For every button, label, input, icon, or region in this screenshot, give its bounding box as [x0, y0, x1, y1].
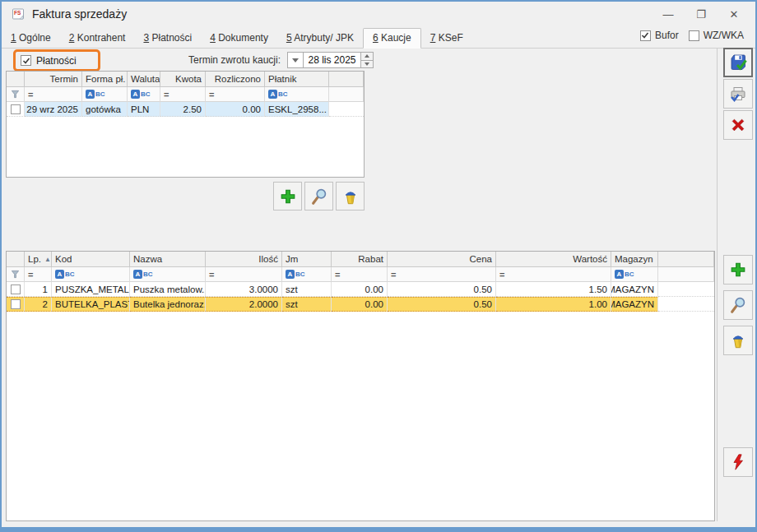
- tab-dokumenty[interactable]: 4 Dokumenty: [201, 29, 277, 48]
- cell-waluta: PLN: [128, 102, 160, 117]
- toolbar-separator: [717, 49, 718, 521]
- close-button[interactable]: ✕: [718, 2, 750, 26]
- maximize-button[interactable]: ❐: [685, 2, 718, 26]
- item-row[interactable]: 1 PUSZKA_METAL Puszka metalow... 3.0000 …: [7, 282, 714, 297]
- header-platnik[interactable]: Płatnik: [265, 72, 329, 87]
- tab-atrybuty-jpk[interactable]: 5 Atrybuty/ JPK: [277, 29, 363, 48]
- cell-rozliczono: 0.00: [206, 102, 265, 117]
- tab-platnosci[interactable]: 3 Płatności: [134, 29, 201, 48]
- header-forma[interactable]: Forma pł.: [82, 72, 128, 87]
- checkbox-unchecked: [689, 30, 699, 41]
- filter-rozliczono[interactable]: =: [206, 87, 265, 102]
- deposit-return-group: Termin zwrotu kaucji: 28 lis 2025: [92, 51, 374, 69]
- abc-filter-icon: ABC: [133, 270, 153, 279]
- cell-kwota: 2.50: [160, 102, 206, 117]
- filter-kwota[interactable]: =: [160, 87, 206, 102]
- filter-funnel-icon[interactable]: [7, 87, 25, 102]
- header-select[interactable]: [7, 252, 25, 267]
- cell-magazyn: MAGAZYN: [611, 297, 658, 312]
- item-edit-button[interactable]: [723, 290, 753, 320]
- tab-kontrahent[interactable]: 2 Kontrahent: [60, 29, 135, 48]
- row-select-cell[interactable]: [7, 102, 25, 117]
- wzwka-checkbox[interactable]: WZ/WKA: [689, 30, 744, 41]
- bufor-checkbox[interactable]: Bufor: [640, 30, 679, 41]
- title-bar: FS Faktura sprzedaży — ❐ ✕: [2, 2, 755, 26]
- filter-rabat[interactable]: =: [332, 267, 388, 282]
- tab-label: Kaucje: [378, 32, 411, 44]
- cell-nazwa: Butelka jednoraz...: [130, 297, 206, 312]
- filter-jm[interactable]: ABC: [282, 267, 332, 282]
- deposit-date-field[interactable]: 28 lis 2025: [304, 52, 361, 68]
- header-nazwa[interactable]: Nazwa: [130, 252, 206, 267]
- deposit-return-label: Termin zwrotu kaucji:: [188, 54, 281, 66]
- save-button[interactable]: [723, 48, 753, 77]
- tab-label: Atrybuty/ JPK: [292, 32, 354, 44]
- filter-forma[interactable]: ABC: [82, 87, 128, 102]
- wzwka-label: WZ/WKA: [704, 30, 744, 41]
- item-add-button[interactable]: [723, 255, 753, 285]
- cell-nazwa: Puszka metalow...: [130, 282, 206, 297]
- header-ilosc[interactable]: Ilość: [206, 252, 282, 267]
- filter-empty: [658, 267, 714, 282]
- header-rabat[interactable]: Rabat: [332, 252, 388, 267]
- filter-ilosc[interactable]: =: [206, 267, 282, 282]
- header-magazyn[interactable]: Magazyn: [611, 252, 658, 267]
- header-cena[interactable]: Cena: [388, 252, 496, 267]
- payment-add-button[interactable]: [273, 182, 302, 210]
- payment-delete-button[interactable]: [336, 182, 365, 210]
- header-kwota[interactable]: Kwota: [160, 72, 206, 87]
- spinner-up-button[interactable]: [361, 52, 374, 61]
- cell-rabat: 0.00: [332, 282, 388, 297]
- payment-row[interactable]: 29 wrz 2025 gotówka PLN 2.50 0.00 ESKL_2…: [7, 102, 364, 117]
- cell-empty: [329, 102, 364, 117]
- tab-label: Kontrahent: [74, 32, 125, 44]
- header-jm[interactable]: Jm: [282, 252, 332, 267]
- header-rozliczono[interactable]: Rozliczono: [206, 72, 265, 87]
- print-button[interactable]: [723, 79, 753, 109]
- header-select[interactable]: [7, 72, 25, 87]
- filter-cena[interactable]: =: [388, 267, 496, 282]
- spinner-down-button[interactable]: [361, 61, 374, 69]
- cancel-button[interactable]: [723, 110, 753, 140]
- items-grid: Lp.▲ Kod Nazwa Ilość Jm Rabat Cena Warto…: [6, 251, 715, 521]
- abc-filter-icon: ABC: [615, 270, 634, 279]
- header-waluta[interactable]: Waluta: [128, 72, 160, 87]
- filter-nazwa[interactable]: ABC: [130, 267, 206, 282]
- header-kod[interactable]: Kod: [52, 252, 130, 267]
- checkbox-checked: [21, 55, 31, 66]
- header-wartosc[interactable]: Wartość: [496, 252, 611, 267]
- filter-magazyn[interactable]: ABC: [611, 267, 658, 282]
- filter-platnik[interactable]: ABC: [265, 87, 329, 102]
- filter-termin[interactable]: =: [25, 87, 82, 102]
- row-checkbox[interactable]: [11, 104, 21, 114]
- item-row-selected[interactable]: 2 BUTELKA_PLASTIK Butelka jednoraz... 2.…: [7, 297, 714, 312]
- row-checkbox[interactable]: [11, 285, 21, 294]
- row-select-cell[interactable]: [7, 297, 25, 312]
- quick-action-button[interactable]: [723, 447, 753, 477]
- filter-lp[interactable]: =: [25, 267, 52, 282]
- cell-jm: szt: [282, 282, 332, 297]
- row-checkbox[interactable]: [11, 299, 21, 309]
- tab-ogolne[interactable]: 1 Ogólne: [2, 29, 60, 48]
- filter-funnel-icon[interactable]: [7, 267, 25, 282]
- item-delete-button[interactable]: [723, 326, 753, 355]
- filter-kod[interactable]: ABC: [52, 267, 130, 282]
- filter-waluta[interactable]: ABC: [128, 87, 160, 102]
- minimize-button[interactable]: —: [652, 2, 685, 26]
- platnosci-label: Płatności: [36, 55, 77, 67]
- cell-lp: 1: [25, 282, 52, 297]
- svg-text:FS: FS: [14, 10, 21, 16]
- tab-ksef[interactable]: 7 KSeF: [421, 29, 472, 48]
- tab-kaucje[interactable]: 6 Kaucje: [363, 28, 421, 49]
- calendar-dropdown-button[interactable]: [287, 52, 304, 68]
- filter-wartosc[interactable]: =: [496, 267, 611, 282]
- payment-edit-button[interactable]: [304, 182, 333, 210]
- cell-kod: PUSZKA_METAL: [52, 282, 130, 297]
- bufor-label: Bufor: [655, 30, 679, 41]
- equals-icon: =: [209, 270, 214, 280]
- header-termin[interactable]: Termin: [25, 72, 82, 87]
- row-select-cell[interactable]: [7, 282, 25, 297]
- platnosci-checkbox[interactable]: Płatności: [13, 49, 100, 72]
- check-icon: [641, 31, 649, 39]
- header-lp[interactable]: Lp.▲: [25, 252, 52, 267]
